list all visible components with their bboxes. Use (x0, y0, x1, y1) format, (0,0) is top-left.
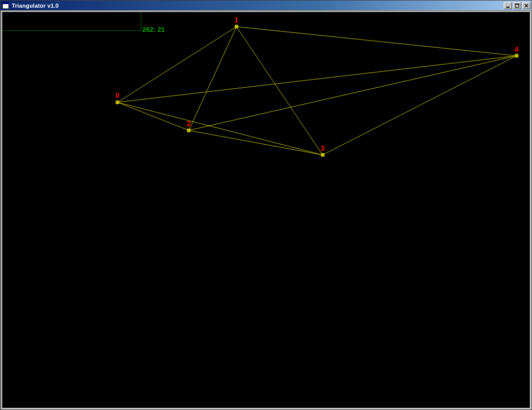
close-button[interactable] (522, 2, 530, 9)
vertex-label: 4 (515, 45, 519, 53)
vertex-label: 1 (235, 16, 239, 24)
graph-edge (322, 56, 517, 155)
minimize-button[interactable] (504, 2, 512, 9)
graph-edge (237, 27, 517, 56)
window-controls (503, 2, 530, 9)
maximize-button[interactable] (513, 2, 521, 9)
canvas[interactable]: 262: 21 01234 (2, 12, 530, 408)
window-title: Triangulator v1.0 (12, 3, 503, 9)
graph-vertex[interactable] (116, 101, 119, 104)
client-area: 262: 21 01234 (1, 10, 531, 409)
graph-edge (189, 27, 237, 130)
graph-plot: 01234 (3, 12, 530, 408)
graph-edge (118, 27, 237, 102)
graph-edge (189, 56, 517, 130)
graph-vertex[interactable] (235, 25, 238, 28)
graph-edge (118, 102, 189, 130)
graph-edge (118, 102, 323, 155)
svg-rect-1 (3, 3, 9, 4)
graph-vertex[interactable] (187, 129, 191, 132)
app-icon (2, 2, 10, 10)
vertex-label: 3 (320, 144, 325, 152)
graph-vertex[interactable] (515, 54, 518, 57)
graph-edge (237, 27, 323, 155)
app-window: Triangulator v1.0 262: 21 01234 (0, 0, 532, 410)
titlebar[interactable]: Triangulator v1.0 (1, 1, 531, 10)
graph-vertex[interactable] (321, 153, 324, 157)
vertex-label: 0 (116, 91, 120, 100)
graph-edge (189, 130, 323, 155)
svg-rect-4 (515, 4, 519, 5)
graph-edge (118, 56, 517, 103)
svg-rect-2 (506, 7, 509, 8)
vertex-label: 2 (187, 120, 191, 128)
